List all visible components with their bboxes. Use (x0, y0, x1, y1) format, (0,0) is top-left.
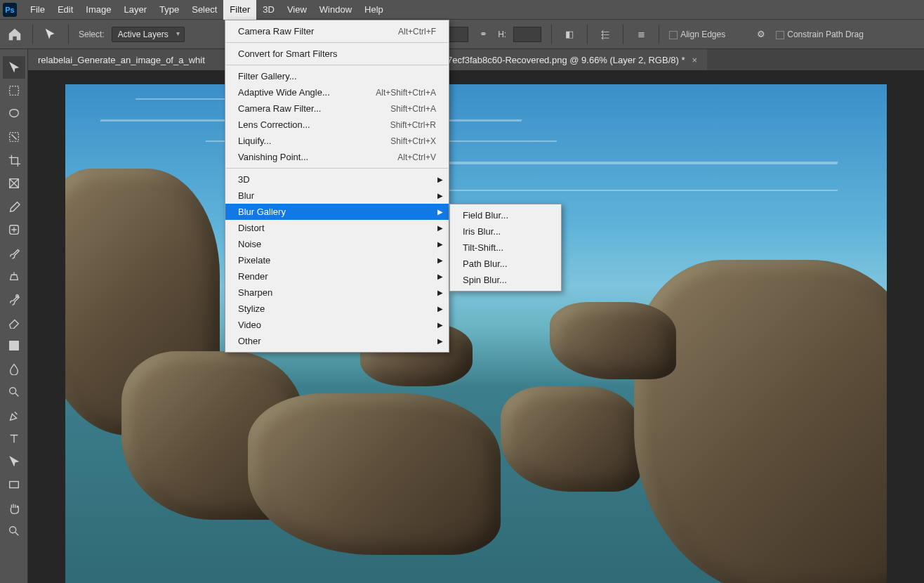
tool-frame[interactable] (3, 172, 25, 195)
align-icon-2[interactable]: ⬱ (598, 27, 613, 42)
tool-brush[interactable] (3, 242, 25, 264)
menuitem-liquify-[interactable]: Liquify...Shift+Ctrl+X (225, 133, 449, 149)
menuitem-tilt-shift-[interactable]: Tilt-Shift... (450, 240, 561, 256)
height-label: H: (498, 30, 506, 39)
tools-panel (0, 49, 28, 583)
options-bar: Select: Active Layers W: ⚭ H: ◧ ⬱ ≣ Alig… (0, 20, 924, 49)
menu-file[interactable]: File (24, 0, 51, 20)
tool-clone[interactable] (3, 265, 25, 287)
tool-gradient[interactable] (3, 334, 25, 357)
tool-move[interactable] (3, 56, 25, 79)
document-tab-bar: ▸▸ relabelai_Generate_an_image_of_a_whit… (0, 49, 924, 70)
tool-type[interactable] (3, 427, 25, 450)
menu-type[interactable]: Type (153, 0, 185, 20)
tool-hand[interactable] (3, 497, 25, 519)
move-cursor-icon[interactable] (43, 27, 58, 42)
menu-edit[interactable]: Edit (51, 0, 79, 20)
svg-point-6 (9, 388, 15, 394)
constrain-checkbox[interactable] (776, 31, 784, 39)
menu-image[interactable]: Image (79, 0, 117, 20)
submenu-arrow-icon: ▶ (437, 305, 443, 313)
menu-filter[interactable]: Filter (223, 0, 256, 20)
tool-eraser[interactable] (3, 311, 25, 334)
menu-separator (226, 65, 448, 65)
tool-history-brush[interactable] (3, 288, 25, 310)
tool-crop[interactable] (3, 149, 25, 171)
menuitem-distort[interactable]: Distort▶ (225, 220, 449, 236)
align-icon-1[interactable]: ◧ (562, 27, 577, 42)
submenu-arrow-icon: ▶ (437, 208, 443, 216)
tool-rectangle[interactable] (3, 473, 25, 496)
tool-magic-wand[interactable] (3, 126, 25, 148)
link-icon[interactable]: ⚭ (475, 27, 491, 42)
menuitem-other[interactable]: Other▶ (225, 333, 449, 349)
menuitem-video[interactable]: Video▶ (225, 317, 449, 333)
menuitem-lens-correction-[interactable]: Lens Correction...Shift+Ctrl+R (225, 117, 449, 133)
menuitem-field-blur-[interactable]: Field Blur... (450, 207, 561, 223)
menu-select[interactable]: Select (185, 0, 223, 20)
tool-marquee[interactable] (3, 79, 25, 102)
submenu-arrow-icon: ▶ (437, 337, 443, 345)
svg-rect-0 (9, 86, 18, 96)
app-logo: Ps (3, 3, 17, 17)
tool-healing[interactable] (3, 218, 25, 241)
tool-dodge[interactable] (3, 381, 25, 403)
tool-lasso[interactable] (3, 103, 25, 125)
menu-layer[interactable]: Layer (118, 0, 154, 20)
menuitem-render[interactable]: Render▶ (225, 268, 449, 284)
menu-window[interactable]: Window (313, 0, 358, 20)
menuitem-3d[interactable]: 3D▶ (225, 171, 449, 188)
align-edges-checkbox[interactable] (669, 31, 678, 39)
menuitem-stylize[interactable]: Stylize▶ (225, 301, 449, 317)
select-mode-dropdown[interactable]: Active Layers (112, 27, 185, 42)
menu-separator (226, 42, 448, 43)
menu-bar: Ps FileEditImageLayerTypeSelectFilter3DV… (0, 0, 924, 20)
svg-point-8 (9, 527, 15, 533)
menuitem-adaptive-wide-angle-[interactable]: Adaptive Wide Angle...Alt+Shift+Ctrl+A (225, 84, 449, 100)
blur-gallery-submenu: Field Blur...Iris Blur...Tilt-Shift...Pa… (449, 204, 562, 292)
tool-path-select[interactable] (3, 450, 25, 473)
menuitem-iris-blur-[interactable]: Iris Blur... (450, 223, 561, 240)
filter-menu-dropdown: Camera Raw FilterAlt+Ctrl+FConvert for S… (225, 20, 449, 353)
distribute-icon[interactable]: ≣ (633, 27, 649, 42)
submenu-arrow-icon: ▶ (437, 192, 443, 199)
menu-separator (226, 168, 448, 169)
menuitem-spin-blur-[interactable]: Spin Blur... (450, 272, 561, 288)
submenu-arrow-icon: ▶ (437, 176, 443, 183)
menuitem-pixelate[interactable]: Pixelate▶ (225, 252, 449, 268)
submenu-arrow-icon: ▶ (437, 240, 443, 248)
menuitem-blur[interactable]: Blur▶ (225, 188, 449, 204)
menuitem-convert-for-smart-filters[interactable]: Convert for Smart Filters (225, 46, 449, 62)
tool-pen[interactable] (3, 404, 25, 426)
submenu-arrow-icon: ▶ (437, 289, 443, 296)
menuitem-noise[interactable]: Noise▶ (225, 236, 449, 252)
svg-rect-5 (9, 341, 18, 351)
tool-zoom[interactable] (3, 520, 25, 542)
canvas-area (28, 70, 924, 583)
height-field[interactable] (513, 27, 541, 42)
menuitem-vanishing-point-[interactable]: Vanishing Point...Alt+Ctrl+V (225, 149, 449, 165)
menuitem-path-blur-[interactable]: Path Blur... (450, 256, 561, 272)
home-icon[interactable] (7, 27, 22, 42)
submenu-arrow-icon: ▶ (437, 256, 443, 264)
close-tab-icon[interactable]: × (692, 55, 697, 65)
menuitem-camera-raw-filter-[interactable]: Camera Raw Filter...Shift+Ctrl+A (225, 100, 449, 117)
align-edges-label: Align Edges (680, 30, 725, 39)
tool-blur[interactable] (3, 358, 25, 380)
menu-view[interactable]: View (281, 0, 313, 20)
tool-eyedropper[interactable] (3, 195, 25, 218)
menu-3d[interactable]: 3D (256, 0, 281, 20)
select-label: Select: (79, 30, 105, 39)
document-canvas[interactable] (65, 84, 887, 583)
constrain-label: Constrain Path Drag (787, 30, 864, 39)
svg-rect-7 (9, 482, 18, 488)
menu-help[interactable]: Help (358, 0, 390, 20)
menuitem-filter-gallery-[interactable]: Filter Gallery... (225, 68, 449, 84)
menuitem-sharpen[interactable]: Sharpen▶ (225, 284, 449, 301)
submenu-arrow-icon: ▶ (437, 224, 443, 232)
document-title-left: relabelai_Generate_an_image_of_a_whit (38, 55, 205, 65)
document-title-right: ec7-7ecf3fab8c60-Recovered.png @ 9.66% (… (430, 55, 685, 65)
gear-icon[interactable]: ⚙ (753, 27, 769, 42)
menuitem-camera-raw-filter[interactable]: Camera Raw FilterAlt+Ctrl+F (225, 23, 449, 39)
menuitem-blur-gallery[interactable]: Blur Gallery▶ (225, 204, 449, 220)
